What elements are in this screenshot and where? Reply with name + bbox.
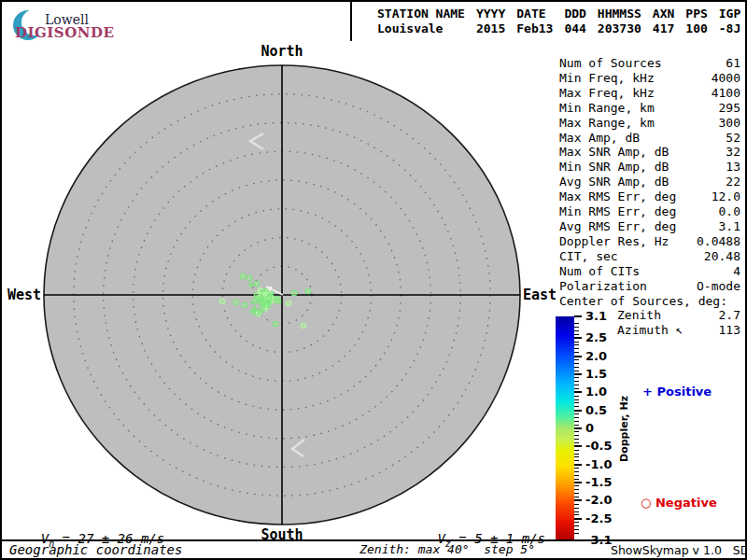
scatter-point bbox=[240, 273, 245, 278]
colorbar-minor-tick bbox=[574, 511, 579, 512]
colorbar-minor-tick bbox=[574, 367, 579, 368]
colorbar-minor-tick bbox=[574, 425, 579, 426]
stats-row: Max Amp, dB52 bbox=[559, 131, 740, 146]
stat-label: Min SNR Amp, dB bbox=[559, 160, 669, 175]
footer-rule bbox=[2, 539, 745, 541]
scatter-point bbox=[254, 281, 259, 286]
header-column-label: DDD bbox=[564, 7, 585, 21]
colorbar-minor-tick bbox=[574, 381, 579, 382]
colorbar-tick-label: -0.5 bbox=[585, 440, 612, 453]
direction-label-north: North bbox=[254, 43, 310, 60]
stat-label: Doppler Res, Hz bbox=[559, 234, 669, 249]
scatter-point bbox=[275, 299, 280, 303]
scatter-point bbox=[242, 302, 247, 307]
colorbar-minor-tick bbox=[574, 493, 579, 494]
stat-value: 61 bbox=[726, 56, 740, 71]
header-column-value: 2015 bbox=[476, 21, 505, 36]
stats-row: Max SNR Amp, dB32 bbox=[559, 145, 740, 160]
stats-row: Max Range, km300 bbox=[559, 116, 740, 131]
colorbar-minor-tick bbox=[574, 330, 579, 331]
scatter-point bbox=[273, 321, 277, 326]
stat-value: 0.0488 bbox=[697, 234, 740, 249]
colorbar-tick bbox=[574, 315, 582, 317]
header-column-label: STATION NAME bbox=[377, 7, 465, 21]
stats-row: CIT, sec20.48 bbox=[559, 249, 740, 264]
colorbar-tick bbox=[574, 373, 582, 375]
colorbar-minor-tick bbox=[574, 385, 579, 385]
colorbar-minor-tick bbox=[574, 514, 579, 515]
logo-digisonde-text: DIGISONDE bbox=[15, 24, 114, 41]
header-columns: STATION NAMELouisvaleYYYY2015DATEFeb13DD… bbox=[377, 7, 740, 36]
stat-label: Num of CITs bbox=[559, 264, 640, 279]
colorbar-minor-tick bbox=[574, 327, 579, 328]
colorbar-minor-tick bbox=[574, 388, 579, 389]
header-column: AXN417 bbox=[653, 7, 674, 36]
header-column-label: PPS bbox=[685, 7, 707, 21]
stat-label: Max Range, km bbox=[559, 116, 655, 131]
scatter-point bbox=[301, 323, 305, 328]
colorbar-minor-tick bbox=[574, 529, 579, 530]
software-version: ShowSkymap v 1.0 SD v 5.1 bbox=[611, 543, 747, 557]
colorbar-minor-tick bbox=[574, 454, 579, 455]
stats-row: Min Freq, kHz4000 bbox=[559, 71, 740, 86]
scatter-point bbox=[219, 299, 224, 303]
colorbar-tick bbox=[574, 445, 582, 447]
colorbar-tick bbox=[574, 427, 582, 429]
colorbar-tick bbox=[574, 391, 582, 393]
stat-value: 4000 bbox=[712, 71, 740, 86]
stat-value: O-mode bbox=[697, 279, 740, 294]
stats-panel: Num of Sources61Min Freq, kHz4000Max Fre… bbox=[559, 56, 740, 338]
colorbar-minor-tick bbox=[574, 439, 579, 440]
header-column-value: 044 bbox=[564, 21, 585, 36]
stat-label: Max SNR Amp, dB bbox=[559, 145, 669, 160]
stats-row: PolarizationO-mode bbox=[559, 279, 740, 294]
direction-label-west: West bbox=[6, 287, 41, 303]
stat-value: 4 bbox=[733, 264, 740, 279]
colorbar-minor-tick bbox=[574, 377, 579, 378]
colorbar-minor-tick bbox=[574, 323, 579, 324]
colorbar-tick-label: 3.1 bbox=[585, 310, 607, 323]
colorbar-tick-label: -1.5 bbox=[585, 476, 612, 489]
colorbar-tick-label: 2.0 bbox=[585, 350, 607, 363]
stat-label: Max RMS Err, deg bbox=[559, 189, 676, 204]
stat-value: 32 bbox=[726, 145, 740, 160]
stats-row: Center of Sources, deg: bbox=[559, 294, 740, 309]
colorbar-minor-tick bbox=[574, 371, 579, 371]
stat-value: 4100 bbox=[712, 86, 740, 101]
stat-label: Avg SNR Amp, dB bbox=[559, 175, 669, 189]
colorbar-minor-tick bbox=[574, 489, 579, 490]
colorbar-minor-tick bbox=[574, 421, 579, 422]
stat-value: 3.1 bbox=[719, 219, 740, 234]
stat-label: Avg RMS Err, deg bbox=[559, 219, 676, 234]
header-column-label: AXN bbox=[653, 7, 674, 21]
colorbar-tick bbox=[574, 410, 582, 412]
header-column: IGP-8J bbox=[719, 7, 740, 36]
colorbar-tick bbox=[574, 482, 582, 483]
colorbar-minor-tick bbox=[574, 468, 579, 469]
stat-value: 12.0 bbox=[712, 189, 740, 204]
stats-row: Min Range, km295 bbox=[559, 101, 740, 116]
colorbar-tick-label: 2.5 bbox=[585, 331, 607, 344]
colorbar-minor-tick bbox=[574, 471, 579, 472]
colorbar-minor-tick bbox=[574, 460, 579, 461]
scatter-point bbox=[251, 299, 256, 303]
header-divider bbox=[350, 2, 352, 41]
stat-value: 13 bbox=[726, 160, 740, 175]
colorbar-tick bbox=[574, 337, 582, 339]
colorbar-minor-tick bbox=[574, 402, 579, 403]
colorbar-tick-label: -2.5 bbox=[585, 512, 612, 525]
colorbar-gradient bbox=[556, 316, 574, 540]
legend-negative-text: Negative bbox=[655, 496, 717, 510]
stat-label: Min Range, km bbox=[559, 101, 655, 116]
scatter-point bbox=[286, 301, 290, 305]
colorbar-minor-tick bbox=[574, 435, 579, 436]
stat-label: Max Amp, dB bbox=[559, 131, 640, 146]
stats-row: Avg RMS Err, deg3.1 bbox=[559, 219, 740, 234]
colorbar-minor-tick bbox=[574, 485, 579, 486]
colorbar-minor-tick bbox=[574, 342, 579, 343]
colorbar-minor-tick bbox=[574, 406, 579, 407]
colorbar-minor-tick bbox=[574, 522, 579, 523]
colorbar-minor-tick bbox=[574, 348, 579, 349]
stat-value: 20.48 bbox=[704, 249, 740, 264]
scatter-point bbox=[247, 275, 251, 280]
